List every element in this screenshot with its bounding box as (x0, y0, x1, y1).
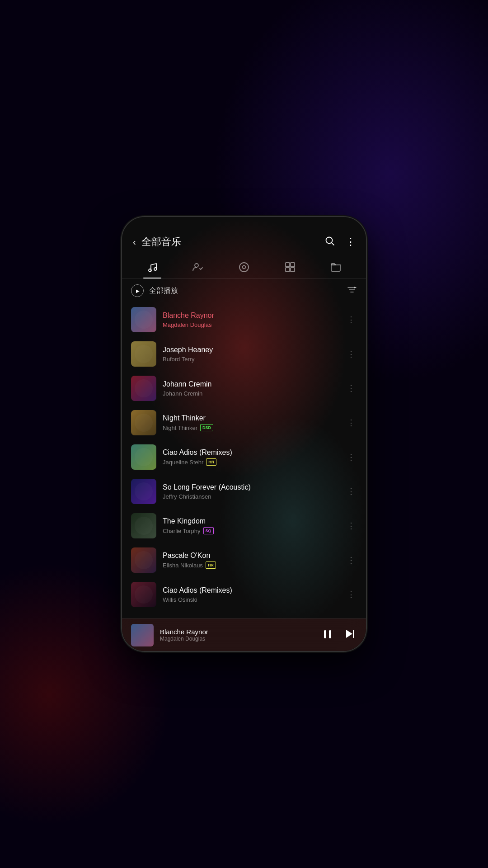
svg-point-14 (135, 311, 153, 329)
svg-point-17 (135, 414, 153, 432)
song-thumbnail (131, 513, 156, 538)
svg-point-22 (135, 585, 153, 604)
song-title: Ciao Adios (Remixes) (163, 586, 339, 594)
tab-tracks[interactable] (277, 258, 303, 278)
filter-icon[interactable] (347, 285, 357, 297)
more-menu-icon[interactable]: ⋮ (346, 236, 355, 248)
list-item[interactable]: Joseph Heaney Buford Terry ⋮ (122, 337, 366, 371)
list-item[interactable]: Ciao Adios (Remixes) Jaqueline Stehr HR … (122, 440, 366, 474)
song-artist: Jeffry Christiansen (163, 493, 339, 500)
song-artist: Willis Osinski (163, 596, 339, 603)
tab-songs[interactable] (139, 258, 165, 278)
svg-rect-7 (286, 263, 290, 267)
song-artist: Night Thinker DSD (163, 424, 339, 432)
svg-point-5 (239, 263, 249, 272)
svg-point-2 (149, 269, 151, 272)
tab-albums[interactable] (231, 258, 257, 278)
svg-point-4 (195, 264, 198, 267)
song-title: The Kingdom (163, 517, 339, 525)
svg-point-6 (242, 266, 245, 269)
song-title: Joseph Heaney (163, 346, 339, 354)
song-more-button[interactable]: ⋮ (345, 552, 357, 569)
app-content: ‹ 全部音乐 ⋮ (122, 217, 366, 651)
song-info: Joseph Heaney Buford Terry (163, 346, 339, 363)
svg-point-16 (135, 379, 153, 397)
svg-rect-8 (291, 263, 295, 267)
song-thumbnail (131, 479, 156, 504)
song-thumbnail (131, 547, 156, 573)
list-item[interactable]: Ciao Adios (Remixes) Willis Osinski ⋮ (122, 577, 366, 612)
quality-badge-hr: HR (206, 458, 216, 466)
song-thumbnail (131, 410, 156, 435)
song-list: Blanche Raynor Magdalen Douglas ⋮ Joseph… (122, 302, 366, 651)
song-more-button[interactable]: ⋮ (345, 345, 357, 363)
song-thumbnail (131, 444, 156, 470)
page-title: 全部音乐 (141, 235, 314, 249)
play-all-button[interactable]: ▶ (131, 284, 144, 297)
song-info: Ciao Adios (Remixes) Willis Osinski (163, 586, 339, 603)
song-artist: Elisha Nikolaus HR (163, 561, 339, 569)
list-item[interactable]: The Kingdom Charlie Torphy SQ ⋮ (122, 509, 366, 543)
phone-frame: ‹ 全部音乐 ⋮ (122, 217, 366, 651)
song-more-button[interactable]: ⋮ (345, 311, 357, 328)
svg-line-1 (332, 243, 334, 245)
header: ‹ 全部音乐 ⋮ (122, 217, 366, 254)
song-info: Ciao Adios (Remixes) Jaqueline Stehr HR (163, 448, 339, 466)
song-title: Pascale O'Kon (163, 552, 339, 560)
list-item[interactable]: Night Thinker Night Thinker DSD ⋮ (122, 406, 366, 440)
song-artist: Charlie Torphy SQ (163, 527, 339, 535)
svg-point-18 (135, 448, 153, 466)
list-item[interactable]: Blanche Raynor Magdalen Douglas ⋮ (122, 302, 366, 337)
song-info: Night Thinker Night Thinker DSD (163, 414, 339, 432)
search-icon[interactable] (325, 236, 335, 248)
song-more-button[interactable]: ⋮ (345, 448, 357, 466)
svg-point-3 (154, 268, 157, 270)
song-title: Ciao Adios (Remixes) (163, 448, 339, 457)
quality-badge-hr: HR (206, 561, 216, 569)
svg-point-20 (135, 517, 153, 535)
list-item[interactable]: Johann Cremin Johann Cremin ⋮ (122, 371, 366, 406)
song-artist: Jaqueline Stehr HR (163, 458, 339, 466)
tab-folders[interactable] (323, 258, 349, 278)
song-title: Johann Cremin (163, 380, 339, 388)
song-info: Blanche Raynor Magdalen Douglas (163, 311, 339, 328)
quality-badge-sq: SQ (203, 527, 214, 535)
svg-point-21 (135, 551, 153, 569)
song-info: Johann Cremin Johann Cremin (163, 380, 339, 397)
svg-point-15 (135, 345, 153, 363)
now-playing-bar[interactable]: Blanche Raynor Magdalen Douglas (122, 618, 366, 651)
song-info: So Long Forever (Acoustic) Jeffry Christ… (163, 483, 339, 500)
song-more-button[interactable]: ⋮ (345, 517, 357, 534)
quality-badge-dsd: DSD (200, 424, 213, 432)
song-artist: Buford Terry (163, 356, 339, 363)
song-more-button[interactable]: ⋮ (345, 414, 357, 431)
song-more-button[interactable]: ⋮ (345, 586, 357, 603)
svg-point-19 (135, 482, 153, 500)
svg-rect-10 (291, 268, 295, 272)
song-thumbnail (131, 582, 156, 607)
now-playing-thumbnail (131, 624, 154, 646)
back-button[interactable]: ‹ (133, 237, 136, 247)
song-artist: Magdalen Douglas (163, 321, 339, 328)
song-artist: Johann Cremin (163, 390, 339, 397)
song-title: Blanche Raynor (163, 311, 339, 320)
tab-bar (122, 254, 366, 279)
song-more-button[interactable]: ⋮ (345, 380, 357, 397)
song-more-button[interactable]: ⋮ (345, 483, 357, 500)
play-all-bar[interactable]: ▶ 全部播放 (122, 279, 366, 302)
song-info: The Kingdom Charlie Torphy SQ (163, 517, 339, 535)
tab-artists[interactable] (185, 258, 211, 278)
song-info: Pascale O'Kon Elisha Nikolaus HR (163, 552, 339, 569)
song-thumbnail (131, 307, 156, 332)
svg-rect-9 (286, 268, 290, 272)
list-item[interactable]: Pascale O'Kon Elisha Nikolaus HR ⋮ (122, 543, 366, 577)
song-thumbnail (131, 376, 156, 401)
song-title: So Long Forever (Acoustic) (163, 483, 339, 491)
play-all-label: 全部播放 (149, 286, 342, 296)
song-title: Night Thinker (163, 414, 339, 422)
song-thumbnail (131, 341, 156, 367)
list-item[interactable]: So Long Forever (Acoustic) Jeffry Christ… (122, 474, 366, 509)
